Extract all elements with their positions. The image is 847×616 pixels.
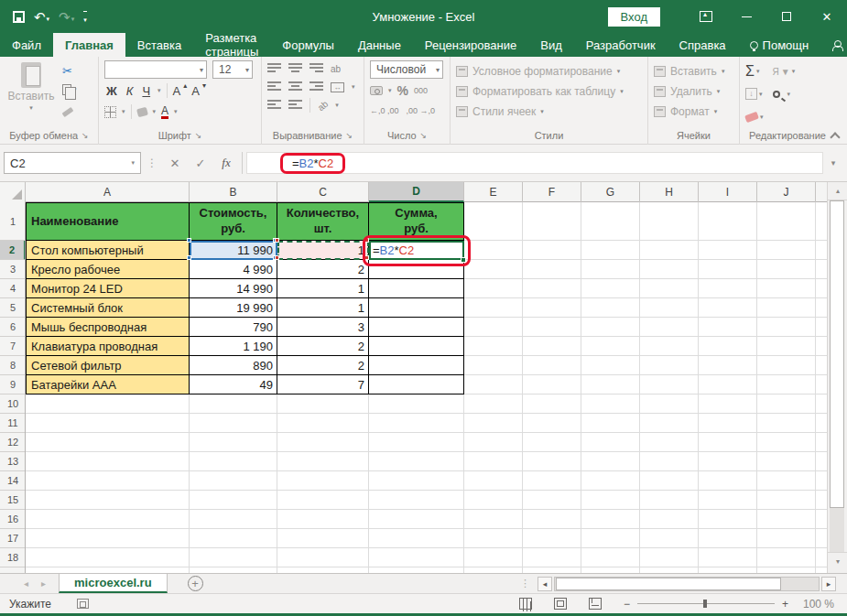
column-header-e[interactable]: E [464,182,523,202]
cell-j7[interactable] [757,337,816,356]
cell-a17[interactable] [26,529,190,548]
tab-developer[interactable]: Разработчик [574,33,668,57]
italic-button[interactable]: К [125,84,136,98]
insert-function-button[interactable]: fx [214,152,238,174]
cell-e1[interactable] [464,202,523,241]
cell-j13[interactable] [757,452,816,471]
page-break-view-button[interactable] [589,598,602,610]
vertical-scrollbar[interactable]: ▴ ▾ [827,182,847,573]
c2-handle-icon[interactable] [275,255,279,260]
row-header-17[interactable]: 17 [0,529,26,548]
cell-i6[interactable] [699,318,757,337]
font-color-button[interactable]: А [161,105,168,119]
decrease-decimal-icon[interactable]: ,00 →,0 [407,106,436,115]
row-header-12[interactable]: 12 [0,433,26,452]
column-header-d[interactable]: D [369,182,464,202]
cell-c15[interactable] [277,491,369,510]
minimize-button[interactable] [726,0,766,33]
cell-d4[interactable] [369,279,464,298]
row-header-13[interactable]: 13 [0,452,26,471]
cell-c13[interactable] [277,452,369,471]
cell-c14[interactable] [277,471,369,491]
cell-d13[interactable] [369,452,464,471]
tab-assistant[interactable]: Помощн [738,33,821,57]
number-format-combo[interactable]: Числовой▾ [370,60,443,79]
cell-g7[interactable] [581,337,640,356]
copy-button[interactable]: ▾ [62,82,77,97]
ribbon-display-options-button[interactable] [686,0,726,33]
cell-g5[interactable] [581,298,640,318]
cell-b9[interactable]: 49 [190,375,277,394]
scroll-up-button[interactable]: ▴ [828,182,847,200]
cell-d2[interactable]: =B2*C2 [369,241,464,260]
cell-i8[interactable] [699,356,757,375]
cell-f7[interactable] [523,337,581,356]
cell-e2[interactable] [464,241,523,260]
cell-e9[interactable] [464,375,523,394]
column-header-f[interactable]: F [523,182,581,202]
tab-formulas[interactable]: Формулы [270,33,346,57]
cell-g18[interactable] [581,548,640,567]
formula-input[interactable]: =B2*C2 [246,152,823,174]
cell-i13[interactable] [699,452,757,471]
cell-c2[interactable]: 1 [277,241,369,260]
column-header-c[interactable]: C [277,182,369,202]
cell-g10[interactable] [581,394,640,414]
row-header-10[interactable]: 10 [0,394,26,414]
number-dialog-launcher-icon[interactable]: ↘ [420,131,428,140]
cell-j5[interactable] [757,298,816,318]
cell-c11[interactable] [277,414,369,433]
cell-h1[interactable] [640,202,699,241]
cell-a5[interactable]: Системный блок [26,298,190,318]
c2-handle-icon[interactable] [364,238,369,243]
align-bottom-icon[interactable] [309,63,323,74]
row-header-2[interactable]: 2 [0,241,26,260]
cell-i14[interactable] [699,471,757,491]
cell-i9[interactable] [699,375,757,394]
cell-b15[interactable] [190,491,277,510]
cell-g15[interactable] [581,491,640,510]
cell-c17[interactable] [277,529,369,548]
cell-b8[interactable]: 890 [190,356,277,375]
cell-i3[interactable] [699,260,757,279]
formula-bar-gripper[interactable]: ⋮ [141,157,163,169]
font-dialog-launcher-icon[interactable]: ↘ [195,131,202,140]
cell-i18[interactable] [699,548,757,567]
delete-cells-button[interactable]: Удалить▾ [654,82,733,101]
row-header-7[interactable]: 7 [0,337,26,356]
row-header-8[interactable]: 8 [0,356,26,375]
cell-g4[interactable] [581,279,640,298]
cell-d14[interactable] [369,471,464,491]
accounting-format-icon[interactable] [370,86,383,95]
cell-g14[interactable] [581,471,640,491]
customize-qat-button[interactable]: ▾ [83,11,87,23]
cell-f10[interactable] [523,394,581,414]
cell-h18[interactable] [640,548,699,567]
cell-a11[interactable] [26,414,190,433]
cell-f16[interactable] [523,510,581,529]
paste-button[interactable]: Вставить ▾ [5,60,57,126]
cell-a2[interactable]: Стол компьютерный [26,241,190,260]
cell-b4[interactable]: 14 990 [190,279,277,298]
cell-b10[interactable] [190,394,277,414]
cell-h11[interactable] [640,414,699,433]
cell-a7[interactable]: Клавиатура проводная [26,337,190,356]
row-header-11[interactable]: 11 [0,414,26,433]
cell-g3[interactable] [581,260,640,279]
row-header-16[interactable]: 16 [0,510,26,529]
column-header-i[interactable]: I [699,182,757,202]
select-all-button[interactable] [0,182,26,202]
save-icon[interactable] [13,11,25,23]
cell-d17[interactable] [369,529,464,548]
increase-decimal-icon[interactable]: ←,0 ,00 [370,106,399,115]
tab-review[interactable]: Рецензирование [413,33,528,57]
cell-g1[interactable] [581,202,640,241]
cell-f8[interactable] [523,356,581,375]
expand-formula-bar-button[interactable]: ▾ [823,158,843,168]
cell-b18[interactable] [190,548,277,567]
insert-cells-button[interactable]: Вставить▾ [654,62,733,81]
d2-fill-handle[interactable] [461,257,466,263]
cell-j6[interactable] [757,318,816,337]
cell-f9[interactable] [523,375,581,394]
fill-color-icon[interactable] [136,106,148,117]
